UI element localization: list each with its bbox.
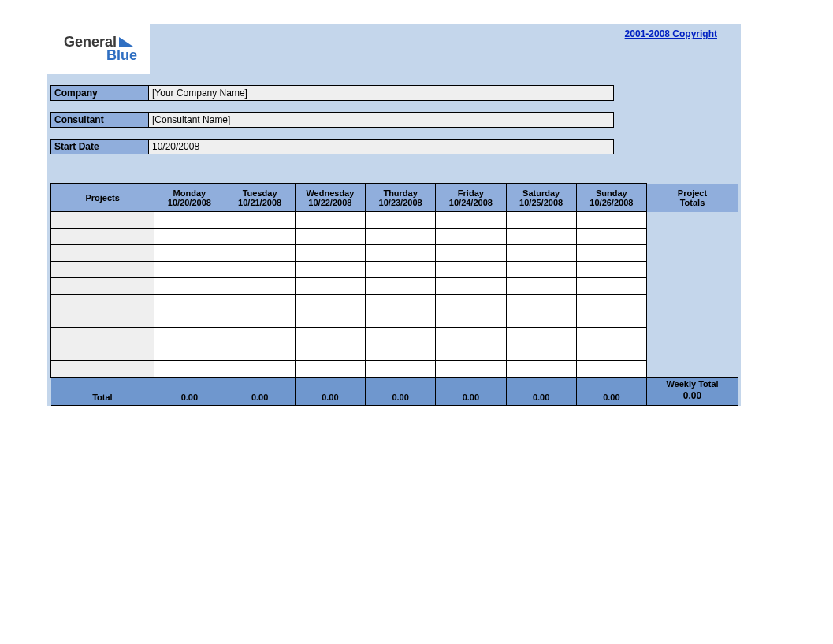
hours-cell[interactable]	[506, 295, 576, 311]
hours-cell[interactable]	[576, 311, 646, 328]
hours-cell[interactable]	[295, 229, 365, 245]
hours-cell[interactable]	[295, 245, 365, 262]
project-name-cell[interactable]	[51, 328, 154, 344]
footer-day-total-6: 0.00	[576, 378, 646, 406]
hours-cell[interactable]	[436, 344, 506, 361]
hours-cell[interactable]	[506, 278, 576, 295]
hours-cell[interactable]	[225, 344, 295, 361]
hours-cell[interactable]	[295, 212, 365, 229]
hours-cell[interactable]	[225, 361, 295, 378]
hours-cell[interactable]	[154, 295, 225, 311]
startdate-field[interactable]: 10/20/2008	[149, 139, 614, 154]
hours-cell[interactable]	[436, 212, 506, 229]
project-name-cell[interactable]	[51, 278, 154, 295]
hours-cell[interactable]	[295, 328, 365, 344]
project-name-cell[interactable]	[51, 295, 154, 311]
consultant-field[interactable]: [Consultant Name]	[149, 112, 614, 128]
hours-cell[interactable]	[295, 295, 365, 311]
hours-cell[interactable]	[154, 262, 225, 278]
hours-cell[interactable]	[576, 212, 646, 229]
hours-cell[interactable]	[225, 278, 295, 295]
table-row	[51, 245, 738, 262]
hours-cell[interactable]	[225, 262, 295, 278]
project-name-cell[interactable]	[51, 344, 154, 361]
hours-cell[interactable]	[295, 361, 365, 378]
project-name-cell[interactable]	[51, 311, 154, 328]
hours-cell[interactable]	[154, 245, 225, 262]
hours-cell[interactable]	[436, 262, 506, 278]
hours-cell[interactable]	[225, 212, 295, 229]
hours-cell[interactable]	[506, 328, 576, 344]
hours-cell[interactable]	[366, 295, 436, 311]
project-name-cell[interactable]	[51, 212, 154, 229]
hours-cell[interactable]	[154, 311, 225, 328]
hours-cell[interactable]	[295, 311, 365, 328]
hours-cell[interactable]	[366, 311, 436, 328]
header-day-6: Sunday 10/26/2008	[576, 184, 646, 212]
hours-cell[interactable]	[366, 278, 436, 295]
project-name-cell[interactable]	[51, 245, 154, 262]
hours-cell[interactable]	[576, 229, 646, 245]
hours-cell[interactable]	[506, 311, 576, 328]
header-day-3: Thurday 10/23/2008	[366, 184, 436, 212]
table-row	[51, 311, 738, 328]
hours-cell[interactable]	[436, 229, 506, 245]
hours-cell[interactable]	[436, 328, 506, 344]
copyright-link[interactable]: 2001-2008 Copyright	[625, 24, 741, 39]
hours-cell[interactable]	[576, 328, 646, 344]
footer-day-total-1: 0.00	[225, 378, 295, 406]
hours-cell[interactable]	[436, 311, 506, 328]
hours-cell[interactable]	[366, 245, 436, 262]
hours-cell[interactable]	[225, 295, 295, 311]
hours-cell[interactable]	[576, 361, 646, 378]
hours-cell[interactable]	[576, 245, 646, 262]
table-row	[51, 262, 738, 278]
hours-cell[interactable]	[295, 262, 365, 278]
table-row	[51, 229, 738, 245]
hours-cell[interactable]	[154, 361, 225, 378]
hours-cell[interactable]	[154, 344, 225, 361]
hours-cell[interactable]	[506, 229, 576, 245]
hours-cell[interactable]	[436, 295, 506, 311]
hours-cell[interactable]	[154, 328, 225, 344]
hours-cell[interactable]	[436, 278, 506, 295]
hours-cell[interactable]	[154, 212, 225, 229]
hours-cell[interactable]	[436, 361, 506, 378]
project-name-cell[interactable]	[51, 229, 154, 245]
hours-cell[interactable]	[154, 278, 225, 295]
hours-cell[interactable]	[576, 344, 646, 361]
hours-cell[interactable]	[366, 262, 436, 278]
hours-cell[interactable]	[225, 229, 295, 245]
hours-cell[interactable]	[506, 245, 576, 262]
hours-cell[interactable]	[225, 245, 295, 262]
hours-cell[interactable]	[295, 278, 365, 295]
timesheet-table-wrap: Projects Monday 10/20/2008 Tuesday 10/21…	[47, 166, 741, 406]
hours-cell[interactable]	[576, 295, 646, 311]
hours-cell[interactable]	[506, 212, 576, 229]
hours-cell[interactable]	[506, 344, 576, 361]
hours-cell[interactable]	[366, 229, 436, 245]
header-day-4: Friday 10/24/2008	[436, 184, 506, 212]
project-total-cell	[647, 361, 738, 378]
hours-cell[interactable]	[225, 311, 295, 328]
hours-cell[interactable]	[366, 212, 436, 229]
hours-cell[interactable]	[366, 344, 436, 361]
logo-text-2: Blue	[106, 47, 150, 64]
table-header-row: Projects Monday 10/20/2008 Tuesday 10/21…	[51, 184, 738, 212]
company-field[interactable]: [Your Company Name]	[149, 85, 614, 101]
hours-cell[interactable]	[576, 278, 646, 295]
hours-cell[interactable]	[506, 361, 576, 378]
project-name-cell[interactable]	[51, 262, 154, 278]
startdate-row: Start Date 10/20/2008	[50, 139, 741, 154]
table-total-row: Total 0.00 0.00 0.00 0.00 0.00 0.00 0.00…	[51, 378, 738, 406]
hours-cell[interactable]	[225, 328, 295, 344]
footer-day-total-5: 0.00	[506, 378, 576, 406]
hours-cell[interactable]	[295, 344, 365, 361]
project-name-cell[interactable]	[51, 361, 154, 378]
hours-cell[interactable]	[154, 229, 225, 245]
hours-cell[interactable]	[366, 361, 436, 378]
hours-cell[interactable]	[576, 262, 646, 278]
hours-cell[interactable]	[366, 328, 436, 344]
hours-cell[interactable]	[436, 245, 506, 262]
hours-cell[interactable]	[506, 262, 576, 278]
